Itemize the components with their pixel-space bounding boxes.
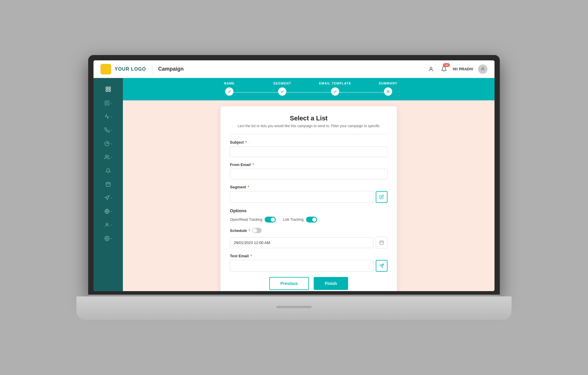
laptop-base: [76, 296, 512, 320]
options-heading: Options: [230, 208, 387, 213]
notification-icon[interactable]: 100: [440, 65, 448, 73]
previous-button[interactable]: Previous: [269, 277, 309, 290]
sidebar-item-campaigns[interactable]: ›: [93, 192, 123, 204]
sidebar-item-integrations[interactable]: ›: [93, 205, 123, 218]
test-email-label: Test Email *: [230, 254, 387, 258]
logo-box: [101, 64, 111, 74]
step-summary: SUMMARY: [362, 82, 415, 96]
user-icon[interactable]: [427, 65, 435, 73]
step-email-template-label: EMAIL TEMPLATE: [319, 82, 351, 85]
page-content: Select a List Lect the list or lists you…: [123, 100, 495, 291]
svg-point-1: [482, 67, 483, 69]
from-email-group: From Email *: [230, 162, 387, 180]
segment-edit-button[interactable]: [376, 191, 387, 203]
link-tracking-label: Link Tracking: [283, 218, 304, 222]
link-tracking-toggle[interactable]: [306, 217, 317, 223]
main-body: › › ›: [93, 78, 495, 291]
chevron-right-icon: ›: [111, 156, 112, 159]
step-email-template: EMAIL TEMPLATE: [309, 82, 362, 96]
schedule-toggle[interactable]: [252, 228, 262, 233]
test-email-input[interactable]: [230, 260, 373, 272]
step-email-template-circle: [331, 87, 339, 96]
sidebar-item-analytics[interactable]: ›: [93, 110, 123, 123]
segment-input-row: [230, 191, 387, 203]
step-line-2: [282, 92, 335, 93]
laptop-notch: [276, 306, 312, 308]
schedule-label: Schedule *: [230, 228, 250, 233]
segment-input[interactable]: [230, 191, 373, 203]
step-summary-label: SUMMARY: [379, 82, 397, 85]
header-divider: [152, 65, 152, 74]
svg-point-14: [106, 223, 108, 225]
chevron-right-icon: ›: [111, 102, 112, 105]
from-email-required: *: [252, 162, 254, 167]
sidebar: › › ›: [93, 78, 123, 291]
modal-divider: [230, 134, 387, 134]
open-tracking-toggle-group: Open/Read Tracking: [230, 217, 276, 223]
open-tracking-toggle[interactable]: [265, 217, 276, 223]
user-greeting: Hi! PRADIV: [453, 67, 473, 71]
notification-badge: 100: [443, 63, 450, 67]
sidebar-item-contacts[interactable]: ›: [93, 124, 123, 136]
test-email-group: Test Email *: [230, 254, 387, 272]
chevron-right-icon: ›: [111, 115, 112, 118]
sidebar-item-profile[interactable]: ›: [93, 219, 123, 231]
chevron-right-icon: ›: [111, 129, 112, 132]
step-summary-circle: [384, 87, 392, 96]
svg-rect-2: [106, 87, 108, 89]
subject-label: Subject *: [230, 140, 387, 145]
sidebar-item-bell[interactable]: [93, 165, 123, 177]
logo-text: YOUR LOGO: [115, 67, 146, 72]
segment-required: *: [248, 185, 249, 189]
schedule-row: Schedule *: [230, 228, 387, 233]
page-title: Campaign: [158, 66, 184, 72]
svg-rect-5: [109, 90, 111, 92]
sidebar-item-calendar[interactable]: [93, 178, 123, 190]
subject-input[interactable]: [230, 146, 387, 157]
datetime-input[interactable]: [230, 237, 373, 248]
svg-rect-17: [380, 241, 383, 245]
svg-point-16: [387, 91, 389, 92]
svg-rect-4: [106, 90, 108, 92]
header-right: 100 Hi! PRADIV: [427, 64, 487, 74]
schedule-group: Schedule *: [230, 228, 387, 248]
app-header: YOUR LOGO Campaign: [93, 60, 495, 78]
test-email-required: *: [250, 254, 252, 258]
step-name-circle: [225, 87, 233, 96]
open-tracking-label: Open/Read Tracking: [230, 218, 262, 222]
sidebar-item-settings[interactable]: ›: [93, 232, 123, 245]
avatar[interactable]: [478, 64, 487, 74]
link-tracking-toggle-group: Link Tracking: [283, 217, 317, 223]
svg-point-0: [430, 67, 432, 69]
step-line-1: [229, 92, 282, 93]
from-email-input[interactable]: [230, 169, 387, 180]
subject-required: *: [245, 140, 247, 145]
segment-label: Segment *: [230, 185, 387, 189]
sidebar-item-users[interactable]: ›: [93, 151, 123, 163]
calendar-button[interactable]: [376, 237, 387, 248]
svg-rect-3: [109, 87, 111, 89]
svg-rect-8: [106, 182, 110, 187]
datetime-input-wrapper: [230, 237, 387, 248]
svg-point-7: [106, 155, 107, 157]
modal-card: Select a List Lect the list or lists you…: [220, 106, 397, 291]
send-test-email-button[interactable]: [376, 260, 387, 272]
chevron-right-icon: ›: [111, 196, 112, 200]
chevron-right-icon: ›: [111, 210, 112, 213]
chevron-right-icon: ›: [111, 223, 112, 227]
step-name-label: NAME: [224, 82, 235, 85]
segment-group: Segment *: [230, 185, 387, 203]
sidebar-item-segments[interactable]: ›: [93, 137, 123, 150]
svg-point-15: [106, 238, 108, 239]
sidebar-item-dashboard[interactable]: [93, 83, 123, 96]
header-left: YOUR LOGO Campaign: [101, 64, 184, 74]
steps-bar: NAME SEGMENT: [123, 78, 495, 100]
options-group: Options Open/Read Tracking Link Tracking: [230, 208, 387, 223]
schedule-required: *: [248, 228, 250, 233]
sidebar-item-reports[interactable]: ›: [93, 97, 123, 109]
step-name: NAME: [203, 82, 256, 96]
finish-button[interactable]: Finish: [314, 277, 348, 290]
subject-group: Subject *: [230, 140, 387, 157]
chevron-right-icon: ›: [111, 237, 112, 240]
modal-subtitle: Lect the list or lists you would like th…: [230, 124, 387, 128]
